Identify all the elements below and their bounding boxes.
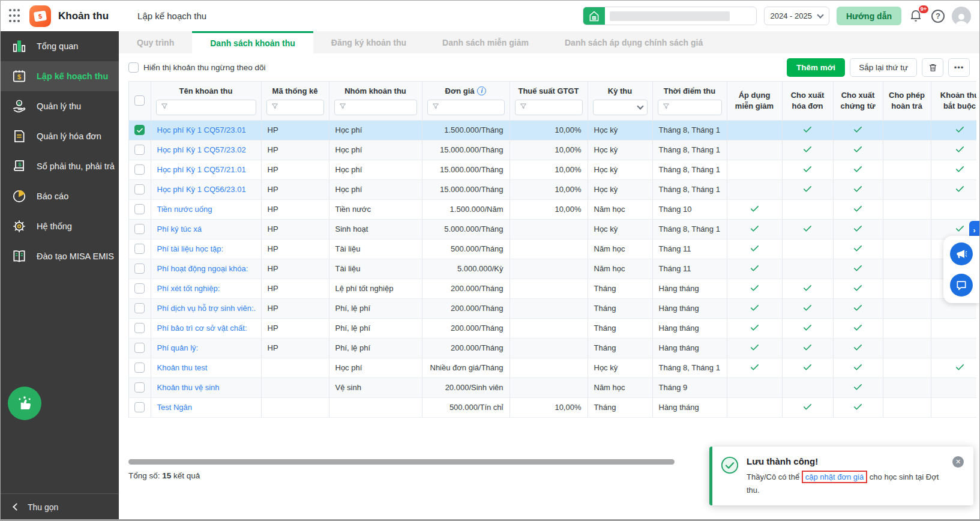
filter-period-select[interactable] xyxy=(593,100,648,115)
col-header-price[interactable]: Đơn giá xyxy=(445,86,475,95)
row-checkbox[interactable] xyxy=(134,363,145,373)
sidebar-item-gear[interactable]: Hệ thống xyxy=(1,211,119,241)
show-stopped-checkbox[interactable]: Hiển thị khoản thu ngừng theo dõi xyxy=(128,62,265,73)
delete-button[interactable] xyxy=(922,58,943,77)
col-header-group[interactable]: Nhóm khoản thu xyxy=(334,86,417,95)
row-checkbox[interactable] xyxy=(134,184,145,194)
col-header-chung-tu[interactable]: Cho xuất chứng từ xyxy=(834,90,883,111)
fee-name-link[interactable]: Khoản thu test xyxy=(157,363,208,372)
table-row[interactable]: Phí xét tốt nghiệp:HPLệ phí tốt nghiệp20… xyxy=(129,279,976,298)
col-header-time[interactable]: Thời điểm thu xyxy=(658,86,722,95)
update-price-link[interactable]: cập nhật đơn giá xyxy=(802,471,867,483)
table-row[interactable]: Test Ngân500.000/Tín chỉ10,00%ThángHàng … xyxy=(129,397,976,417)
table-row[interactable]: Phí hoạt động ngoại khóa:HPTài liệu5.000… xyxy=(129,259,976,279)
table-row[interactable]: Học phí Kỳ 1 CQ57/23.01HPHọc phí1.500.00… xyxy=(129,120,976,140)
col-header-hoan-tra[interactable]: Cho phép hoàn trả xyxy=(883,90,931,111)
table-row[interactable]: Phí dịch vụ hỗ trợ sinh viên:.HPPhí, lệ … xyxy=(129,298,976,318)
sidebar-collapse-button[interactable]: Thu gọn xyxy=(1,493,119,520)
reorder-button[interactable]: Sắp lại thứ tự xyxy=(850,58,917,77)
row-checkbox[interactable] xyxy=(134,323,145,333)
toast-close-button[interactable]: ✕ xyxy=(952,456,964,468)
row-checkbox[interactable] xyxy=(134,244,145,254)
add-new-button[interactable]: Thêm mới xyxy=(787,58,845,77)
sidebar-item-pie-chart[interactable]: Báo cáo xyxy=(1,181,119,211)
school-selector[interactable] xyxy=(583,7,757,25)
fee-name-link[interactable]: Test Ngân xyxy=(157,403,193,412)
chat-support-button[interactable] xyxy=(950,274,973,297)
filter-code-input[interactable] xyxy=(266,100,324,115)
price-info-icon[interactable]: i xyxy=(477,86,486,95)
app-grid-icon[interactable] xyxy=(9,9,22,23)
fee-name-link[interactable]: Học phí Kỳ 1 CQ57/23.02 xyxy=(157,145,246,154)
col-header-vat[interactable]: Thuế suất GTGT xyxy=(515,86,583,95)
tab-2[interactable]: Đăng ký khoản thu xyxy=(313,31,424,53)
fee-name-link[interactable]: Học phí Kỳ 1 CQ57/23.01 xyxy=(157,125,246,134)
row-checkbox[interactable] xyxy=(134,204,145,214)
avatar[interactable] xyxy=(952,7,971,26)
fee-name-link[interactable]: Học phí Kỳ 1 CQ57/21.01 xyxy=(157,165,246,174)
table-row[interactable]: Khoản thu testHọc phíNhiều đơn giá/Tháng… xyxy=(129,358,976,378)
fee-name-link[interactable]: Phí hoạt động ngoại khóa: xyxy=(157,264,248,273)
tab-1[interactable]: Danh sách khoản thu xyxy=(192,31,313,53)
table-row[interactable]: Tiền nước uốngHPTiền nước1.500.000/Năm10… xyxy=(129,199,976,219)
sidebar-item-open-book[interactable]: Đào tạo MISA EMIS xyxy=(1,241,119,271)
row-checkbox[interactable] xyxy=(134,264,145,274)
sidebar-item-calendar-money[interactable]: $Lập kế hoạch thu xyxy=(1,61,119,91)
fee-name-link[interactable]: Khoản thu vệ sinh xyxy=(157,383,220,392)
table-row[interactable]: Phí quản lý:HPPhí, lệ phí200.000/ThángTh… xyxy=(129,338,976,358)
row-checkbox[interactable] xyxy=(134,283,145,294)
table-row[interactable]: Học phí Kỳ 1 CQ57/21.01HPHọc phí15.000.0… xyxy=(129,160,976,179)
filter-group-input[interactable] xyxy=(334,100,417,115)
table-row[interactable]: Phí bảo trì cơ sở vật chất:HPPhí, lệ phí… xyxy=(129,318,976,338)
table-row[interactable]: Học phí Kỳ 1 CQ57/23.02HPHọc phí15.000.0… xyxy=(129,140,976,160)
guide-button[interactable]: Hướng dẫn xyxy=(837,7,901,25)
school-year-dropdown[interactable]: 2024 - 2025 xyxy=(764,7,829,25)
col-header-mien-giam[interactable]: Áp dụng miễn giảm xyxy=(727,90,782,111)
col-header-hoa-don[interactable]: Cho xuất hóa đơn xyxy=(783,90,833,111)
fee-name-link[interactable]: Phí xét tốt nghiệp: xyxy=(157,284,220,293)
row-checkbox[interactable] xyxy=(134,224,145,234)
fee-name-link[interactable]: Phí tài liệu học tập: xyxy=(157,244,224,253)
row-checkbox[interactable] xyxy=(134,145,145,155)
select-all-checkbox[interactable] xyxy=(134,95,145,106)
row-checkbox[interactable] xyxy=(134,343,145,353)
fee-name-link[interactable]: Phí ký túc xá xyxy=(157,224,202,233)
fee-name-link[interactable]: Phí quản lý: xyxy=(157,343,199,352)
col-header-bat-buoc[interactable]: Khoản thu bắt buộc xyxy=(931,90,977,111)
tab-3[interactable]: Danh sách miễn giảm xyxy=(424,31,547,53)
row-checkbox[interactable] xyxy=(134,164,145,175)
filter-name-input[interactable] xyxy=(156,100,256,115)
table-row[interactable]: Phí ký túc xáHPSinh hoạt5.000.000/ThángH… xyxy=(129,219,976,239)
row-checkbox[interactable] xyxy=(134,402,145,412)
help-button[interactable]: ? xyxy=(931,10,945,23)
table-row[interactable]: Phí tài liệu học tập:HPTài liệu500.000/T… xyxy=(129,239,976,259)
col-header-period[interactable]: Kỳ thu xyxy=(593,86,648,95)
filter-time-input[interactable] xyxy=(658,100,722,115)
fee-name-link[interactable]: Tiền nước uống xyxy=(157,205,212,214)
announcements-button[interactable] xyxy=(950,242,973,265)
notifications-button[interactable]: 9+ xyxy=(909,8,924,24)
fee-name-link[interactable]: Phí dịch vụ hỗ trợ sinh viên:. xyxy=(157,304,256,313)
fee-name-link[interactable]: Phí bảo trì cơ sở vật chất: xyxy=(157,324,247,333)
sidebar-item-invoice[interactable]: Quản lý hóa đơn xyxy=(1,121,119,151)
sidebar-item-bar-chart[interactable]: Tổng quan xyxy=(1,31,119,61)
col-header-name[interactable]: Tên khoản thu xyxy=(156,86,256,95)
tab-0[interactable]: Quy trình xyxy=(119,31,192,53)
fee-price: 20.000/Sinh viên xyxy=(422,383,510,392)
filter-price-input[interactable] xyxy=(427,100,505,115)
more-options-button[interactable]: ••• xyxy=(948,58,970,77)
checkbox-icon[interactable] xyxy=(128,62,139,73)
table-row[interactable]: Học phí Kỳ 1 CQ56/23.01HPHọc phí15.000.0… xyxy=(129,179,976,199)
row-checkbox[interactable] xyxy=(134,303,145,313)
row-checkbox[interactable] xyxy=(134,382,145,393)
row-checkbox[interactable] xyxy=(134,125,145,135)
sidebar-item-hand-coin[interactable]: $Quản lý thu xyxy=(1,91,119,121)
tab-4[interactable]: Danh sách áp dụng chính sách giá xyxy=(547,31,721,53)
scrollbar-thumb[interactable] xyxy=(128,459,675,465)
sidebar-item-ledger[interactable]: $Sổ phải thu, phải trả xyxy=(1,151,119,181)
fee-name-link[interactable]: Học phí Kỳ 1 CQ56/23.01 xyxy=(157,185,246,194)
col-header-code[interactable]: Mã thống kê xyxy=(266,86,324,95)
feedback-button[interactable] xyxy=(8,387,41,420)
filter-vat-input[interactable] xyxy=(515,100,583,115)
table-row[interactable]: Khoản thu vệ sinhVệ sinh20.000/Sinh viên… xyxy=(129,378,976,397)
